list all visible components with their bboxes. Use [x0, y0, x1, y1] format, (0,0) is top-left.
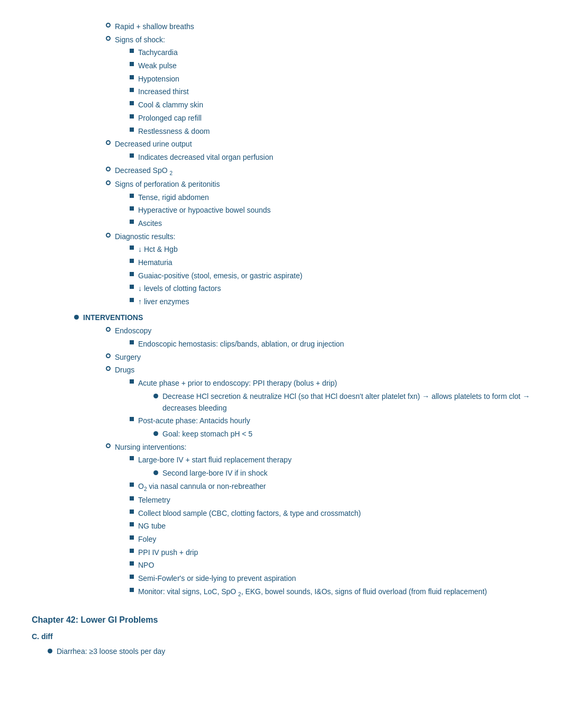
list-item: Monitor: vital signs, LoC, SpO 2, EKG, b…	[32, 586, 530, 598]
list-item: Second large-bore IV if in shock	[32, 468, 530, 479]
item-text: Indicates decreased vital organ perfusio…	[138, 152, 273, 163]
circle-bullet	[106, 140, 111, 145]
item-text: PPI IV push + drip	[138, 547, 198, 559]
item-text: Surgery	[115, 352, 141, 363]
list-item: Endoscopic hemostasis: clips/bands, abla…	[32, 339, 530, 350]
main-content: Rapid + shallow breaths Signs of shock: …	[32, 21, 530, 657]
list-item: Post-acute phase: Antacids hourly	[32, 415, 530, 427]
item-text: Tense, rigid abdomen	[138, 192, 209, 204]
item-text: Post-acute phase: Antacids hourly	[138, 415, 250, 427]
list-item: Hyperactive or hypoactive bowel sounds	[32, 205, 530, 216]
square-bullet	[130, 75, 134, 79]
item-text: Large-bore IV + start fluid replacement …	[138, 454, 292, 466]
item-text: Signs of shock:	[115, 34, 165, 46]
circle-bullet	[106, 443, 111, 448]
list-item: Weak pulse	[32, 60, 530, 72]
item-text: Decreased urine output	[115, 139, 192, 150]
square-bullet	[130, 285, 134, 289]
square-bullet	[130, 417, 134, 421]
square-bullet	[130, 245, 134, 250]
item-text: Rapid + shallow breaths	[115, 21, 194, 33]
item-text: Tachycardia	[138, 47, 178, 59]
square-bullet	[130, 483, 134, 487]
list-item: Nursing interventions:	[32, 442, 530, 453]
list-item: Large-bore IV + start fluid replacement …	[32, 454, 530, 466]
item-text: Weak pulse	[138, 60, 177, 72]
list-item: Foley	[32, 534, 530, 545]
list-item: Goal: keep stomach pH < 5	[32, 429, 530, 440]
list-item: O2 via nasal cannula or non-rebreather	[32, 481, 530, 493]
list-item: Rapid + shallow breaths	[32, 21, 530, 33]
list-item: Tachycardia	[32, 47, 530, 59]
item-text: O2 via nasal cannula or non-rebreather	[138, 481, 266, 493]
item-text: Monitor: vital signs, LoC, SpO 2, EKG, b…	[138, 586, 487, 598]
item-text: Endoscopic hemostasis: clips/bands, abla…	[138, 339, 344, 350]
list-item: Ascites	[32, 218, 530, 230]
item-text: ↓ levels of clotting factors	[138, 283, 221, 295]
square-bullet	[130, 88, 134, 92]
item-text: Increased thirst	[138, 86, 189, 98]
filled-bullet	[74, 315, 79, 320]
item-text: Decrease HCl secretion & neutralize HCl …	[162, 391, 530, 414]
list-item: Increased thirst	[32, 86, 530, 98]
item-text: Diagnostic results:	[115, 231, 175, 243]
list-item: Prolonged cap refill	[32, 113, 530, 124]
list-item: Acute phase + prior to endoscopy: PPI th…	[32, 378, 530, 389]
list-item: Diagnostic results:	[32, 231, 530, 243]
list-item: Endoscopy	[32, 325, 530, 337]
item-text: Goal: keep stomach pH < 5	[162, 429, 252, 440]
list-item: Decrease HCl secretion & neutralize HCl …	[32, 391, 530, 414]
item-text: Restlessness & doom	[138, 126, 210, 138]
square-bullet	[130, 206, 134, 211]
circle-bullet	[106, 366, 111, 371]
circle-bullet	[106, 167, 111, 171]
item-text: Drugs	[115, 365, 134, 376]
square-bullet	[130, 194, 134, 198]
item-text: Collect blood sample (CBC, clotting fact…	[138, 508, 361, 520]
item-text: Guaiac-positive (stool, emesis, or gastr…	[138, 270, 302, 282]
list-item: Semi-Fowler's or side-lying to prevent a…	[32, 573, 530, 585]
square-bullet	[130, 128, 134, 132]
square-bullet	[130, 153, 134, 158]
filled-bullet	[153, 470, 158, 475]
square-bullet	[130, 561, 134, 566]
square-bullet	[130, 379, 134, 384]
item-text: Semi-Fowler's or side-lying to prevent a…	[138, 573, 296, 585]
item-text: Endoscopy	[115, 325, 151, 337]
list-item: Signs of perforation & peritonitis	[32, 179, 530, 190]
list-item: Hematuria	[32, 257, 530, 269]
square-bullet	[130, 535, 134, 540]
list-item: ↓ Hct & Hgb	[32, 244, 530, 256]
list-item: PPI IV push + drip	[32, 547, 530, 559]
square-bullet	[130, 220, 134, 224]
square-bullet	[130, 340, 134, 344]
item-text: Cool & clammy skin	[138, 99, 203, 111]
square-bullet	[130, 62, 134, 66]
list-item: Decreased urine output	[32, 139, 530, 150]
list-item: Decreased SpO 2	[32, 165, 530, 177]
list-item: Telemetry	[32, 495, 530, 506]
item-text: Prolonged cap refill	[138, 113, 202, 124]
filled-bullet	[153, 394, 158, 398]
item-text: Acute phase + prior to endoscopy: PPI th…	[138, 378, 337, 389]
square-bullet	[130, 259, 134, 263]
chapter-title: Chapter 42: Lower GI Problems	[32, 615, 158, 624]
square-bullet	[130, 101, 134, 105]
list-item: NG tube	[32, 521, 530, 532]
square-bullet	[130, 575, 134, 579]
list-item: Tense, rigid abdomen	[32, 192, 530, 204]
circle-bullet	[106, 327, 111, 332]
list-item: Cool & clammy skin	[32, 99, 530, 111]
circle-bullet	[106, 180, 111, 185]
circle-bullet	[106, 23, 111, 28]
square-bullet	[130, 496, 134, 501]
list-item: Indicates decreased vital organ perfusio…	[32, 152, 530, 163]
circle-bullet	[106, 36, 111, 41]
item-text: Hyperactive or hypoactive bowel sounds	[138, 205, 271, 216]
item-text: Second large-bore IV if in shock	[162, 468, 267, 479]
circle-bullet	[106, 353, 111, 358]
list-item: Restlessness & doom	[32, 126, 530, 138]
filled-bullet	[153, 431, 158, 436]
item-text: ↓ Hct & Hgb	[138, 244, 178, 256]
list-item: Hypotension	[32, 74, 530, 85]
